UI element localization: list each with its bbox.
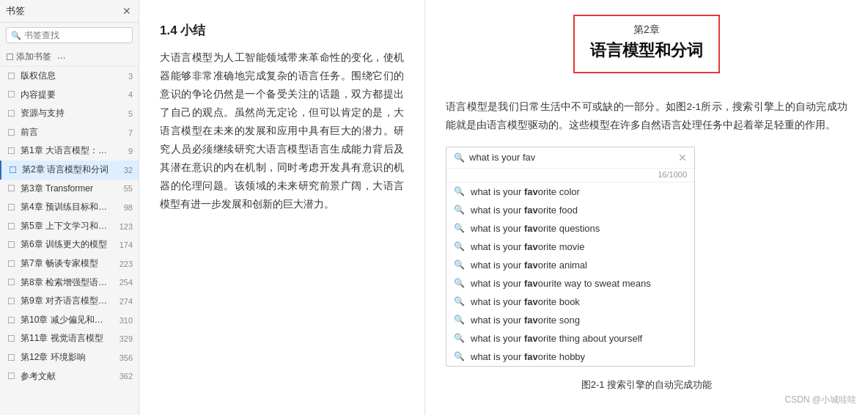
chapter-title: 语言模型和分词 [589,40,704,62]
autocomplete-item-5[interactable]: 🔍what is your favourite way to sweat mea… [446,274,694,293]
bookmark-icon: ☐ [6,71,16,81]
search-icon: 🔍 [454,186,465,197]
search-clear-button[interactable]: ✕ [678,152,687,164]
bookmark-icon: ☐ [6,146,16,156]
figure-caption: 图2-1 搜索引擎的自动完成功能 [446,378,847,392]
bookmark-icon: ☐ [6,353,16,363]
bookmark-page: 32 [115,166,133,175]
bookmark-page: 55 [115,184,133,193]
watermark: CSDN @小城哇哇 [784,394,856,406]
chapter-description: 语言模型是我们日常生活中不可或缺的一部分。如图2-1所示，搜索引擎上的自动完成功… [446,98,847,135]
search-autocomplete-box: 🔍 ✕ 16/1000 🔍what is your favorite color… [446,147,695,367]
autocomplete-text: what is your favorite food [471,205,578,216]
bookmark-page: 123 [115,222,133,231]
bookmark-page: 362 [115,372,133,381]
doc-panel: 1.4 小结 大语言模型为人工智能领域带来革命性的变化，使机器能够非常准确地完成… [139,0,425,415]
bookmark-icon: ☐ [6,296,16,306]
autocomplete-text: what is your favorite hobby [471,351,585,362]
bookmark-label: 第9章 对齐语言模型与人类偏好 [21,295,111,307]
sidebar-item-copyright[interactable]: ☐版权信息3 [0,67,139,86]
content-panel: 第2章 语言模型和分词 语言模型是我们日常生活中不可或缺的一部分。如图2-1所示… [425,0,868,415]
sidebar-item-ch8[interactable]: ☐第8章 检索增强型语言模型254 [0,273,139,293]
add-icon: ☐ [6,52,14,62]
bookmark-page: 7 [115,128,133,137]
sidebar-search-input[interactable] [24,30,134,40]
autocomplete-item-4[interactable]: 🔍what is your favorite animal [446,256,694,274]
bookmark-label: 资源与支持 [21,108,111,120]
autocomplete-text: what is your favorite movie [471,241,584,252]
bookmark-icon: ☐ [6,202,16,213]
autocomplete-item-9[interactable]: 🔍what is your favorite hobby [446,348,694,366]
bookmark-page: 5 [115,109,133,118]
sidebar-item-preface[interactable]: ☐前言7 [0,123,139,142]
bookmark-icon: ☐ [6,183,16,194]
bookmark-label: 第4章 预训练目标和解码策略 [21,202,111,213]
search-counter: 16/1000 [446,169,694,183]
bookmark-label: 版权信息 [21,70,111,82]
sidebar-item-ch1[interactable]: ☐第1章 大语言模型：辩论、争议与未来发展方向9 [0,142,139,161]
sidebar-search-bar[interactable]: 🔍 [6,27,133,43]
sidebar-item-summary[interactable]: ☐内容提要4 [0,86,139,105]
sidebar-item-resources[interactable]: ☐资源与支持5 [0,104,139,123]
sidebar-item-ch7[interactable]: ☐第7章 畅谈专家模型223 [0,254,139,273]
search-icon: 🔍 [454,205,465,215]
search-icon: 🔍 [454,241,465,251]
add-bookmark-button[interactable]: ☐ 添加书签 [6,51,51,63]
bookmark-label: 第12章 环境影响 [21,352,111,364]
bookmark-page: 223 [115,260,133,268]
more-button[interactable]: ··· [57,51,66,63]
chapter-header-wrapper: 第2章 语言模型和分词 [446,15,847,87]
bookmark-icon: ☐ [6,221,16,232]
close-icon[interactable]: ✕ [121,5,133,17]
bookmark-page: 174 [115,240,133,249]
bookmark-icon: ☐ [6,315,16,326]
autocomplete-item-8[interactable]: 🔍what is your favorite thing about yours… [446,329,694,348]
bookmark-label: 第11章 视觉语言模型 [21,333,111,345]
search-autocomplete-input[interactable] [469,152,674,163]
autocomplete-item-0[interactable]: 🔍what is your favorite color [446,183,694,201]
sidebar-title: 书签 [6,4,25,18]
bookmark-label: 第1章 大语言模型：辩论、争议与未来发展方向 [21,145,111,157]
bookmark-label: 参考文献 [21,371,111,383]
sidebar-item-ch11[interactable]: ☐第11章 视觉语言模型329 [0,329,139,348]
sidebar-item-ch5[interactable]: ☐第5章 上下文学习和轻量级微调123 [0,217,139,236]
sidebar-header: 书签 ✕ [0,0,139,23]
sidebar-item-ch2[interactable]: ☐第2章 语言模型和分词32 [0,161,139,180]
sidebar-item-ch12[interactable]: ☐第12章 环境影响356 [0,348,139,367]
sidebar-item-ch4[interactable]: ☐第4章 预训练目标和解码策略98 [0,198,139,217]
search-input-icon: 🔍 [454,153,465,163]
autocomplete-item-7[interactable]: 🔍what is your favorite song [446,311,694,329]
autocomplete-text: what is your favorite questions [471,223,600,234]
search-input-row: 🔍 ✕ [446,147,694,169]
search-icon: 🔍 [454,296,465,306]
sidebar-item-ref[interactable]: ☐参考文献362 [0,367,139,386]
chapter-header: 第2章 语言模型和分词 [573,15,720,73]
bookmark-label: 第5章 上下文学习和轻量级微调 [21,221,111,232]
sidebar-item-ch9[interactable]: ☐第9章 对齐语言模型与人类偏好274 [0,292,139,311]
autocomplete-list: 🔍what is your favorite color🔍what is you… [446,183,694,366]
bookmark-icon: ☐ [6,334,16,344]
sidebar-item-ch3[interactable]: ☐第3章 Transformer55 [0,180,139,199]
sidebar-item-ch10[interactable]: ☐第10章 减少偏见和有害性310 [0,311,139,330]
autocomplete-item-3[interactable]: 🔍what is your favorite movie [446,238,694,256]
bookmark-label: 第6章 训练更大的模型 [21,239,111,251]
autocomplete-item-6[interactable]: 🔍what is your favorite book [446,293,694,311]
sidebar-item-ch6[interactable]: ☐第6章 训练更大的模型174 [0,235,139,254]
bookmark-label: 前言 [21,127,111,139]
search-icon: 🔍 [454,223,465,233]
bookmark-label: 第10章 减少偏见和有害性 [21,315,111,326]
search-icon: 🔍 [454,278,465,288]
bookmark-page: 98 [115,203,133,212]
bookmark-list: ☐版权信息3☐内容提要4☐资源与支持5☐前言7☐第1章 大语言模型：辩论、争议与… [0,67,139,415]
bookmark-page: 274 [115,297,133,306]
bookmark-icon: ☐ [6,277,16,287]
bookmark-label: 内容提要 [21,89,111,101]
sidebar: 书签 ✕ 🔍 ☐ 添加书签 ··· ☐版权信息3☐内容提要4☐资源与支持5☐前言… [0,0,139,415]
search-icon: 🔍 [454,333,465,343]
doc-body: 大语言模型为人工智能领域带来革命性的变化，使机器能够非常准确地完成复杂的语言任务… [160,49,404,214]
autocomplete-text: what is your favourite way to sweat mean… [471,278,651,289]
autocomplete-item-1[interactable]: 🔍what is your favorite food [446,201,694,219]
bookmark-icon: ☐ [6,128,16,138]
autocomplete-item-2[interactable]: 🔍what is your favorite questions [446,219,694,238]
autocomplete-text: what is your favorite book [471,296,580,307]
